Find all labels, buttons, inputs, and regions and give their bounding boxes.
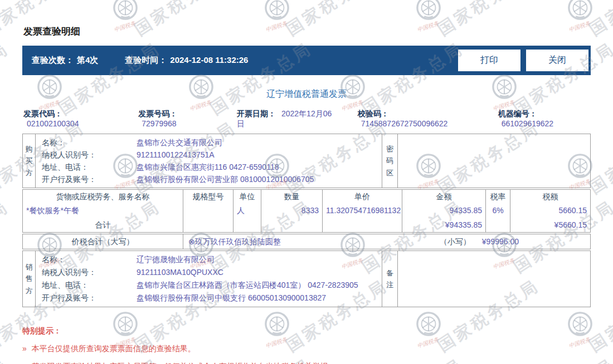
- check-code-label: 校验码：: [358, 109, 389, 118]
- total-in-words-row: 价税合计（大写） ⊗玖万玖仟玖佰玖拾陆圆整 （小写） ¥99996.00: [22, 234, 591, 249]
- special-notice: 特别提示： » 本平台仅提供所查询发票票面信息的查验结果。 » 若发现发票查验结…: [22, 326, 591, 364]
- seller-name-value: 辽宁德晟物业有限公司: [137, 253, 215, 266]
- close-button[interactable]: 关闭: [526, 50, 588, 71]
- buyer-bank-label: 开户行及账号：: [36, 173, 137, 185]
- tax-emblem-icon: [416, 0, 441, 21]
- buyer-bank-row: 开户行及账号： 盘锦银行股份有限公司营业部 08100012010006705: [36, 173, 382, 185]
- table-cell-tax: 5660.15: [510, 203, 590, 218]
- seller-address-label: 地址、电话：: [36, 279, 137, 292]
- items-total-tax: ¥5660.15: [510, 218, 590, 232]
- invoice-code: 发票代码： 021002100304: [23, 109, 115, 129]
- seller-address-value: 盘锦市兴隆台区庄林路西（市客运站四楼401室） 0427-2823905: [137, 279, 358, 292]
- seller-name-label: 名称：: [36, 253, 137, 266]
- table-header-cell: 单位: [233, 190, 261, 203]
- total-small-label: （小写）: [440, 234, 471, 249]
- bullet-icon: »: [22, 344, 27, 354]
- page-title: 发票查验明细: [23, 25, 591, 38]
- seller-section: 销售方 名称： 辽宁德晟物业有限公司 纳税人识别号： 91211103MA10Q…: [22, 250, 591, 307]
- buyer-address-label: 地址、电话：: [36, 161, 137, 173]
- invoice-code-value: 021002100304: [27, 119, 79, 128]
- table-cell-amount: 94335.85: [402, 203, 486, 218]
- seller-bank-label: 开户行及账号：: [36, 292, 137, 304]
- table-cell-tax-rate: 6%: [486, 203, 510, 218]
- table-header-cell: 规格型号: [183, 190, 233, 203]
- check-count-value: 第4次: [77, 55, 98, 66]
- table-cell-spec: [183, 203, 233, 218]
- tax-emblem-icon: [113, 0, 138, 21]
- table-cell-empty: [233, 218, 261, 232]
- total-in-words-label: 价税合计（大写）: [23, 234, 183, 249]
- check-code: 校验码： 71458872672750096622: [358, 109, 475, 129]
- notice-text: 本平台仅提供所查询发票票面信息的查验结果。: [32, 344, 196, 354]
- total-in-words-values: ⊗玖万玖仟玖佰玖拾陆圆整 （小写） ¥99996.00: [183, 234, 590, 249]
- check-count-label: 查验次数：: [32, 55, 74, 66]
- table-cell-unit-price: 11.320754716981132: [323, 203, 402, 218]
- buyer-section: 购买方 名称： 盘锦市公共交通有限公司 纳税人识别号： 912111001224…: [22, 134, 591, 188]
- tax-emblem-icon: [567, 0, 593, 21]
- password-area: [398, 134, 590, 188]
- notice-item: » 若发现发票查验结果与实际交易不符，任何单位或个人有权拒收并向当地税务机关举报…: [22, 362, 591, 364]
- buyer-name-label: 名称：: [36, 136, 137, 149]
- notice-text: 若发现发票查验结果与实际交易不符，任何单位或个人有权拒收并向当地税务机关举报。: [32, 362, 336, 364]
- buyer-name-value: 盘锦市公共交通有限公司: [137, 136, 222, 149]
- table-header-cell: 单价: [323, 190, 402, 203]
- invoice-number-label: 发票号码：: [138, 109, 177, 118]
- buyer-taxid-label: 纳税人识别号：: [36, 149, 137, 161]
- machine-number-label: 机器编号：: [498, 109, 537, 118]
- print-button[interactable]: 打印: [458, 50, 520, 71]
- machine-number-value: 661029619622: [502, 119, 553, 128]
- remark-label: 备注: [382, 251, 398, 307]
- check-time: 查验时间： 2024-12-08 11:32:26: [125, 55, 248, 66]
- table-header-cell: 货物或应税劳务、服务名称: [23, 190, 183, 203]
- notice-item: » 本平台仅提供所查询发票票面信息的查验结果。: [22, 344, 591, 354]
- invoice-title: 辽宁增值税普通发票: [22, 88, 591, 100]
- invoice-date-label: 开票日期：: [237, 109, 276, 118]
- seller-bank-row: 开户行及账号： 盘锦银行股份有限公司中银支行 66005013090001382…: [36, 292, 382, 304]
- table-cell-empty: [323, 218, 402, 232]
- verification-toolbar: 查验次数： 第4次 查验时间： 2024-12-08 11:32:26 打印 关…: [22, 46, 591, 75]
- bullet-icon: »: [22, 362, 27, 364]
- seller-taxid-label: 纳税人识别号：: [36, 266, 137, 279]
- buyer-name-row: 名称： 盘锦市公共交通有限公司: [36, 136, 382, 149]
- invoice-number: 发票号码： 72979968: [138, 109, 213, 129]
- items-total-amount: ¥94335.85: [402, 218, 486, 232]
- seller-fields: 名称： 辽宁德晟物业有限公司 纳税人识别号： 91211103MA10QPUXX…: [36, 251, 382, 307]
- table-cell-quantity: 8333: [261, 203, 323, 218]
- buyer-address-row: 地址、电话： 盘锦市兴隆台区惠宾街116 0427-6590118: [36, 161, 382, 173]
- toolbar-buttons: 打印 关闭: [453, 50, 591, 71]
- table-cell-empty: [486, 218, 510, 232]
- check-time-label: 查验时间：: [125, 55, 167, 66]
- remark-area: [398, 251, 590, 307]
- buyer-taxid-value: 91211100122413751A: [137, 149, 215, 161]
- invoice-number-value: 72979968: [142, 119, 176, 128]
- seller-taxid-row: 纳税人识别号： 91211103MA10QPUXXC: [36, 266, 382, 279]
- table-header-cell: 数量: [261, 190, 323, 203]
- password-area-label: 密码区: [382, 134, 398, 188]
- invoice-code-label: 发票代码：: [23, 109, 62, 118]
- buyer-address-value: 盘锦市兴隆台区惠宾街116 0427-6590118: [137, 161, 279, 173]
- table-cell-empty: [183, 218, 233, 232]
- check-time-value: 2024-12-08 11:32:26: [170, 55, 248, 66]
- seller-side-label: 销售方: [23, 251, 36, 307]
- table-cell-empty: [261, 218, 323, 232]
- check-code-value: 71458872672750096622: [361, 119, 448, 128]
- notice-title: 特别提示：: [22, 326, 591, 336]
- invoice-date: 开票日期： 2022年12月06日: [237, 109, 334, 129]
- invoice-verification-page: 发票查验明细 查验次数： 第4次 查验时间： 2024-12-08 11:32:…: [0, 25, 613, 364]
- machine-number: 机器编号： 661029619622: [498, 109, 590, 129]
- seller-address-row: 地址、电话： 盘锦市兴隆台区庄林路西（市客运站四楼401室） 0427-2823…: [36, 279, 382, 292]
- table-header-cell: 金额: [402, 190, 486, 203]
- table-header-cell: 税率: [486, 190, 510, 203]
- buyer-bank-value: 盘锦银行股份有限公司营业部 08100012010006705: [137, 173, 314, 185]
- items-total-label: 合计: [23, 218, 183, 232]
- invoice-meta-row: 发票代码： 021002100304 发票号码： 72979968 开票日期： …: [23, 109, 590, 129]
- buyer-taxid-row: 纳税人识别号： 91211100122413751A: [36, 149, 382, 161]
- total-capital-value: ⊗玖万玖仟玖佰玖拾陆圆整: [183, 234, 281, 249]
- tax-emblem-icon: [264, 0, 290, 21]
- total-small-value: ¥99996.00: [482, 234, 519, 249]
- seller-bank-value: 盘锦银行股份有限公司中银支行 660050130900013827: [137, 292, 326, 304]
- seller-taxid-value: 91211103MA10QPUXXC: [137, 266, 223, 279]
- seller-name-row: 名称： 辽宁德晟物业有限公司: [36, 253, 382, 266]
- buyer-fields: 名称： 盘锦市公共交通有限公司 纳税人识别号： 9121110012241375…: [36, 134, 382, 188]
- table-header-cell: 税额: [510, 190, 590, 203]
